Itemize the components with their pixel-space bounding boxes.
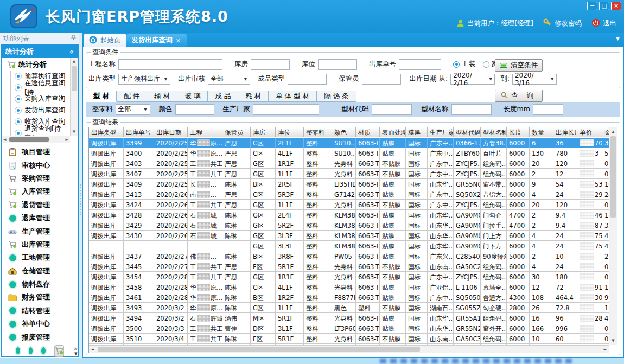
table-row[interactable]: 调拨出库34932020/3/2华原…陈琳C区1L1F整料黑色塑料不贴膜国标湖南… [89, 303, 609, 313]
date-from-select[interactable]: 2020/ 2/16▼ [450, 74, 495, 85]
table-row[interactable]: 调拨出库34032020/2/25工共工程严思G区1R1F整料光身料6063-T… [89, 158, 609, 169]
sidebar-item-入库管理[interactable]: 入库管理 [2, 185, 78, 198]
column-header[interactable]: 工程 [188, 127, 222, 137]
expand-more-button[interactable]: »▾ [74, 346, 78, 356]
maximize-button[interactable]: □ [599, 2, 609, 10]
tree-item[interactable]: 在途信息查询[待 [3, 82, 69, 93]
table-row[interactable]: 调拨出库34372020/2/27佛…陈琳B区3R8F整料PW056063-T5… [89, 251, 609, 261]
tree-vertical-scrollbar[interactable]: ▲▼ [70, 58, 78, 136]
table-row[interactable]: 调拨出库34302020/2/26石城陈琳G区3L3F整料KLM38176063… [89, 231, 609, 241]
sidebar-item-退库管理[interactable]: 退库管理 [2, 212, 78, 225]
column-header[interactable]: 库位 [276, 127, 304, 137]
table-row[interactable]: 调拨出库34072020/2/25工共工程严思G区1L1F整料光身料6063-T… [89, 169, 609, 179]
material-tab[interactable]: 辅 材 [147, 91, 177, 102]
column-header[interactable]: 整零料 [304, 127, 332, 137]
material-tab[interactable]: 型 材 [86, 91, 117, 102]
column-header[interactable]: 长度 [507, 127, 530, 137]
sidebar-item-出库管理[interactable]: 出库管理 [2, 238, 78, 251]
column-header[interactable]: 材质 [356, 127, 380, 137]
tab-home[interactable]: 起始页 [84, 34, 126, 47]
material-tab[interactable]: 配 件 [117, 91, 147, 102]
keeper-input[interactable] [362, 74, 401, 85]
sidebar-item-退货管理[interactable]: 退货管理 [2, 199, 78, 212]
clear-conditions-button[interactable]: 清空条件 [495, 59, 543, 72]
location-input[interactable] [318, 59, 357, 70]
cart-button[interactable] [54, 345, 64, 357]
sidebar-item-物料盘存[interactable]: 物料盘存 [2, 278, 78, 291]
table-row[interactable]: 调拨出库34582020/2/28华原…陈琳C区4L1F整料光身料6063-T5… [89, 282, 609, 292]
profile-code-input[interactable] [372, 104, 412, 115]
sidebar-item-结转管理[interactable]: 结转管理 [2, 304, 78, 317]
material-tab[interactable]: 耗 材 [238, 91, 269, 102]
column-header[interactable]: 出库日期 [154, 127, 188, 137]
order-no-input[interactable] [399, 59, 441, 70]
green-circle-icon[interactable] [29, 347, 33, 354]
column-header[interactable]: 膜厚 [406, 127, 428, 137]
sidebar-item-采购管理[interactable]: 采购管理 [2, 172, 78, 185]
table-row[interactable]: 调拨出库34452020/2/27工共工程严思F区5R1F整料光身料6063-T… [89, 261, 609, 272]
column-header[interactable]: 颜色 [332, 127, 356, 137]
column-header[interactable]: 出库长度 [553, 127, 577, 137]
tab-shipment-outbound-query[interactable]: 发货出库查询 × [126, 34, 187, 47]
profile-name-input[interactable] [451, 104, 492, 115]
material-tab[interactable]: 成 品 [208, 91, 238, 102]
radio-jiazhuang[interactable] [483, 61, 489, 68]
material-tab[interactable]: 玻 璃 [177, 91, 208, 102]
grid-vertical-scrollbar[interactable]: ▲▼ [609, 127, 617, 345]
minimize-button[interactable]: − [587, 2, 597, 10]
table-row[interactable]: 调拨出库34942020/3/2石辉城汤伟M区5R1F整料光身料6063-T5贴… [89, 313, 609, 323]
column-header[interactable]: 出库类型 [89, 127, 124, 137]
close-button[interactable]: × [611, 2, 621, 10]
column-header[interactable]: 库房 [251, 127, 276, 137]
project-name-input[interactable] [118, 59, 222, 70]
column-header[interactable]: 型材代码 [454, 127, 481, 137]
whole-part-select[interactable]: 全部▼ [116, 104, 150, 115]
table-row[interactable]: 调拨出库33992020/2/25华原…严思C区2L1F整料SU10…6063-… [89, 138, 609, 148]
material-tab[interactable]: 隔 热 条 [317, 91, 356, 102]
column-header[interactable]: 生产厂家 [428, 127, 454, 137]
tab-close-icon[interactable]: × [176, 37, 181, 44]
section-header-statistics[interactable]: 统计分析 « [2, 46, 78, 58]
sidebar-item-补单中心[interactable]: 补单中心 [2, 317, 78, 330]
column-header[interactable]: 型材名称 [481, 127, 507, 137]
table-row[interactable]: 调拨出库34612020/2/28华原…陈琳B区1R2F整料F8877FT606… [89, 292, 609, 303]
sidebar-item-仓储管理[interactable]: 仓储管理 [2, 265, 78, 278]
tab-list-dropdown-icon[interactable]: ▼ [616, 36, 620, 41]
green-circle-icon[interactable] [41, 347, 46, 354]
tree-item[interactable]: 采购入库查询 [3, 93, 69, 105]
table-row[interactable]: 调拨出库35102020/3/4工共工程陈琳F区5R1F整料光身料6063-T5… [89, 334, 609, 344]
sidebar-item-项目管理[interactable]: 项目管理 [2, 145, 78, 158]
collapse-icon[interactable]: « [69, 47, 74, 56]
sidebar-item-生产管理[interactable]: 生产管理 [2, 225, 78, 238]
material-tab[interactable]: 单 体 型 材 [269, 91, 317, 102]
table-row[interactable]: 调拨出库34282020/2/26石城陈琳G区2L4F整料KLM38176063… [89, 210, 609, 220]
table-row[interactable]: 调拨出库34292020/2/26石城陈琳G区5R2F整料KLM38176063… [89, 220, 609, 231]
logout-button[interactable]: 退出 [591, 18, 616, 29]
color-input[interactable] [175, 104, 214, 115]
outbound-audit-select[interactable]: 全部▼ [208, 74, 250, 85]
column-header[interactable]: 表面处理 [380, 127, 406, 137]
date-to-select[interactable]: 2020/ 3/16▼ [512, 74, 557, 85]
tree-horizontal-scrollbar[interactable]: ◄► [2, 136, 70, 143]
tree-item[interactable]: 退货查询[待定] [3, 127, 69, 136]
radio-gongzhuang[interactable] [453, 61, 460, 68]
table-row[interactable]: 调拨出库34542020/2/28工共工程严思G区1R1F整料光身料6063-T… [89, 272, 609, 282]
green-circle-icon[interactable] [16, 347, 20, 354]
sidebar-item-财务管理[interactable]: 财务管理 [2, 291, 78, 304]
length-input[interactable] [533, 104, 563, 115]
manufacturer-input[interactable] [253, 104, 319, 115]
product-type-input[interactable] [288, 74, 327, 85]
table-row[interactable]: 调拨出库34092020/2/25长…陈琳B区2R5F整料LI35HD6063-… [89, 179, 609, 189]
search-button[interactable]: 查 询 [495, 90, 543, 102]
warehouse-input[interactable] [251, 59, 290, 70]
sidebar-item-报废管理[interactable]: 报废管理 [2, 330, 78, 343]
column-header[interactable]: 单价 [577, 127, 602, 137]
table-row[interactable]: 调拨出库34132020/2/26南…严思C区5R3F整料G714226063-… [89, 189, 609, 200]
grid-horizontal-scrollbar[interactable]: ◄► [89, 345, 609, 353]
sidebar-item-审核中心[interactable]: 审核中心 [2, 158, 78, 171]
outbound-type-select[interactable]: 生产领料出库▼ [118, 74, 170, 85]
pin-icon[interactable] [71, 35, 76, 42]
table-row[interactable]: G区3L3F整料KLM38176063-T5贴膜国标山东华…GA90M09…门下… [89, 241, 609, 251]
change-password-button[interactable]: 修改密码 [543, 18, 582, 29]
column-header[interactable]: 保管员 [222, 127, 251, 137]
